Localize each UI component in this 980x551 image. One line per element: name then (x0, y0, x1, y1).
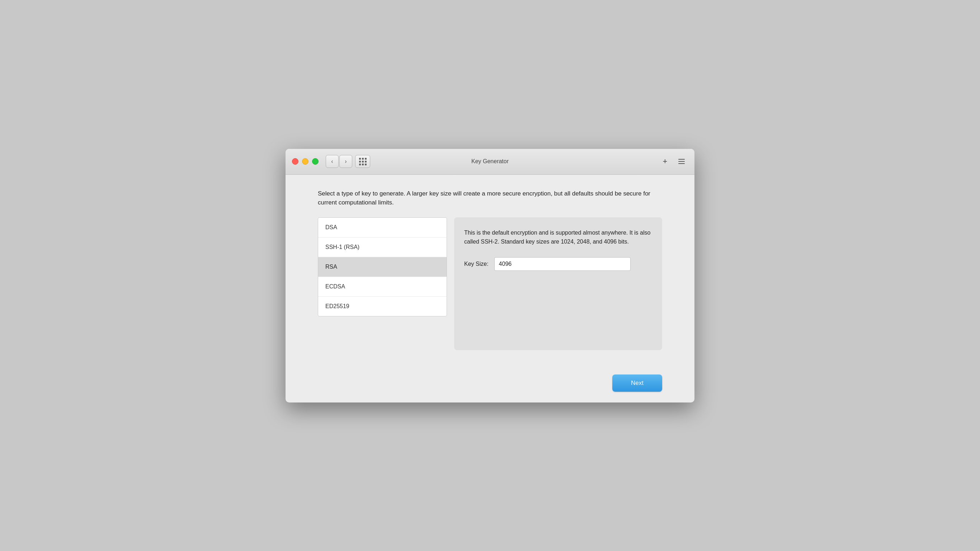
traffic-lights (292, 158, 318, 165)
key-item-ed25519[interactable]: ED25519 (318, 297, 447, 316)
key-item-rsa[interactable]: RSA (318, 257, 447, 277)
add-button[interactable]: + (659, 155, 671, 168)
titlebar-right: + (659, 155, 688, 168)
key-size-row: Key Size: (464, 257, 652, 271)
key-item-dsa[interactable]: DSA (318, 218, 447, 237)
key-type-list: DSA SSH-1 (RSA) RSA ECDSA ED25519 (318, 217, 447, 316)
main-window: ‹ › Key Generator + (286, 149, 694, 403)
grid-view-button[interactable] (355, 155, 370, 168)
key-size-input[interactable] (494, 257, 631, 271)
content-area: Select a type of key to generate. A larg… (286, 175, 694, 368)
detail-panel: This is the default encryption and is su… (454, 217, 662, 350)
footer: Next (286, 368, 694, 403)
grid-icon (359, 158, 367, 166)
plus-icon: + (663, 157, 668, 166)
list-view-button[interactable] (675, 155, 688, 168)
next-button[interactable]: Next (612, 374, 662, 392)
minimize-button[interactable] (302, 158, 309, 165)
maximize-button[interactable] (312, 158, 318, 165)
panels: DSA SSH-1 (RSA) RSA ECDSA ED25519 This i… (318, 217, 662, 350)
key-size-label: Key Size: (464, 261, 488, 267)
key-item-ssh1-rsa[interactable]: SSH-1 (RSA) (318, 237, 447, 257)
description-text: Select a type of key to generate. A larg… (318, 189, 662, 207)
detail-description-text: This is the default encryption and is su… (464, 228, 652, 247)
list-icon (678, 159, 685, 164)
back-icon: ‹ (331, 158, 333, 165)
close-button[interactable] (292, 158, 298, 165)
forward-icon: › (345, 158, 347, 165)
window-title: Key Generator (471, 158, 509, 165)
forward-button[interactable]: › (339, 155, 352, 168)
key-item-ecdsa[interactable]: ECDSA (318, 277, 447, 297)
back-button[interactable]: ‹ (326, 155, 339, 168)
titlebar: ‹ › Key Generator + (286, 149, 694, 175)
nav-buttons: ‹ › (326, 155, 352, 168)
